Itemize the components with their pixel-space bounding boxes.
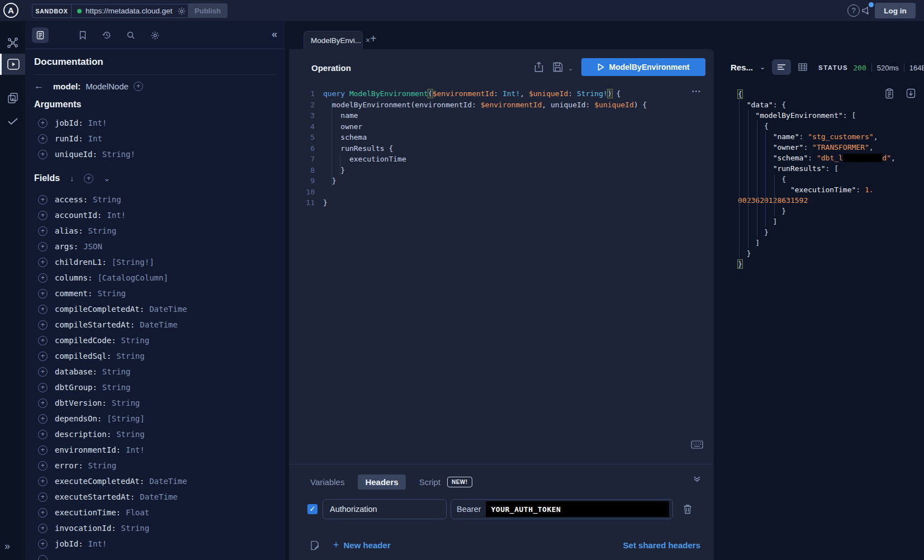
save-icon[interactable] [553,62,563,72]
field-name[interactable]: executionTime: [55,508,121,517]
add-field-icon[interactable] [38,555,48,560]
add-field-icon[interactable]: + [38,524,48,533]
keyboard-shortcuts-icon[interactable] [691,440,703,449]
documentation-tab-icon[interactable] [32,27,49,43]
header-value-field[interactable]: Bearer YOUR_AUTH_TOKEN [451,499,673,519]
field-type[interactable]: String [121,336,150,345]
field-type[interactable]: [String!] [112,258,154,267]
history-icon[interactable] [98,27,115,43]
add-field-icon[interactable]: + [38,336,48,345]
add-field-icon[interactable]: + [38,226,48,236]
add-field-icon[interactable]: + [38,273,48,283]
field-name[interactable]: executeStartedAt: [55,492,135,501]
add-field-icon[interactable]: + [38,477,48,486]
field-type[interactable]: DateTime [149,305,187,314]
field-type[interactable]: String [102,367,131,376]
tab-headers[interactable]: Headers [358,474,405,490]
field-name[interactable]: childrenL1: [55,258,107,267]
field-name[interactable]: args: [55,242,78,251]
field-name[interactable]: error: [55,461,83,470]
field-name[interactable]: columns: [55,273,92,282]
field-type[interactable]: [String] [107,414,144,423]
operation-tab[interactable]: ModelByEnvi... × [304,31,363,49]
share-icon[interactable] [534,61,544,73]
field-type[interactable]: String [121,524,150,533]
field-type[interactable]: DateTime [149,477,187,486]
set-shared-headers-link[interactable]: Set shared headers [623,540,700,550]
auth-token-value[interactable]: YOUR_AUTH_TOKEN [486,501,669,517]
add-field-icon[interactable]: + [38,258,48,267]
field-name[interactable]: alias: [55,226,83,235]
add-field-icon[interactable]: + [38,305,48,314]
raw-view-icon[interactable] [772,59,791,75]
tab-script[interactable]: Script [419,477,440,487]
field-type[interactable]: String [88,461,117,470]
close-tab-icon[interactable]: × [366,36,370,45]
add-field-icon[interactable]: + [38,150,48,159]
fields-chevron-icon[interactable]: ⌄ [103,174,110,183]
new-tab-icon[interactable]: + [370,32,377,45]
tab-variables[interactable]: Variables [310,477,344,487]
save-menu-chevron-icon[interactable]: ⌄ [568,65,573,72]
new-header-button[interactable]: + New header [333,539,391,551]
response-title[interactable]: Res... [731,63,753,72]
field-name[interactable]: runId: [55,134,83,143]
breadcrumb-type[interactable]: ModelNode [86,82,129,91]
add-field-icon[interactable]: + [38,289,48,298]
operation-menu-kebab-icon[interactable]: ••• [692,88,702,94]
field-type[interactable]: String [93,195,121,204]
field-type[interactable]: String [97,289,126,298]
operation-collections-icon[interactable] [0,87,25,108]
response-dropdown-chevron-icon[interactable]: ⌄ [760,63,765,71]
field-name[interactable]: jobId: [55,539,83,548]
field-name[interactable]: access: [55,195,88,204]
add-field-icon[interactable]: + [38,461,48,471]
add-field-icon[interactable]: + [38,430,48,439]
sort-fields-icon[interactable]: ↓ [70,174,74,183]
saved-operations-bookmark-icon[interactable] [74,27,91,43]
field-name[interactable]: environmentId: [55,445,121,454]
field-name[interactable]: jobId: [55,118,83,127]
publish-button[interactable]: Publish [188,3,228,18]
add-field-icon[interactable]: + [38,508,48,518]
back-arrow-icon[interactable]: ← [34,80,44,92]
add-field-icon[interactable]: + [38,211,48,220]
field-type[interactable]: Int! [107,211,126,220]
add-field-icon[interactable]: + [38,242,48,251]
field-name[interactable]: invocationId: [55,524,116,533]
field-type[interactable]: String [88,226,117,235]
schema-graph-icon[interactable] [0,32,25,54]
add-field-icon[interactable]: + [38,383,48,392]
add-field-icon[interactable]: + [38,320,48,330]
field-name[interactable]: dbtGroup: [55,383,97,392]
field-name[interactable]: description: [55,430,111,439]
field-type[interactable]: Int [88,134,102,143]
field-type[interactable]: String! [102,150,135,159]
field-type[interactable]: DateTime [140,320,177,329]
add-fields-icon[interactable]: + [84,174,93,183]
field-type[interactable]: JSON [83,242,102,251]
field-name[interactable]: compiledSql: [55,352,111,360]
apollo-logo-icon[interactable]: A [3,3,18,18]
field-type[interactable]: Int! [88,539,107,548]
search-icon[interactable] [122,27,139,43]
field-name[interactable]: compileCompletedAt: [55,305,144,314]
delete-header-icon[interactable] [683,504,692,514]
header-name-input[interactable] [323,499,447,519]
header-enabled-checkbox[interactable]: ✓ [307,504,318,514]
endpoint-settings-gear-icon[interactable] [177,7,186,16]
add-field-icon[interactable]: + [38,539,48,549]
field-type[interactable]: String [102,383,131,392]
settings-gear-icon[interactable] [146,27,163,43]
field-name[interactable]: dependsOn: [55,414,102,423]
field-type[interactable]: Float [126,508,149,517]
field-name[interactable]: compileStartedAt: [55,320,135,329]
login-button[interactable]: Log in [875,3,916,18]
collapse-docs-icon[interactable]: « [272,29,277,40]
add-all-fields-icon[interactable]: + [134,82,143,91]
field-name[interactable]: comment: [55,289,92,298]
field-name[interactable]: dbtVersion: [55,398,107,407]
field-type[interactable]: [CatalogColumn] [97,273,168,282]
collapse-request-panel-icon[interactable] [693,475,701,483]
checks-icon[interactable] [0,111,25,132]
